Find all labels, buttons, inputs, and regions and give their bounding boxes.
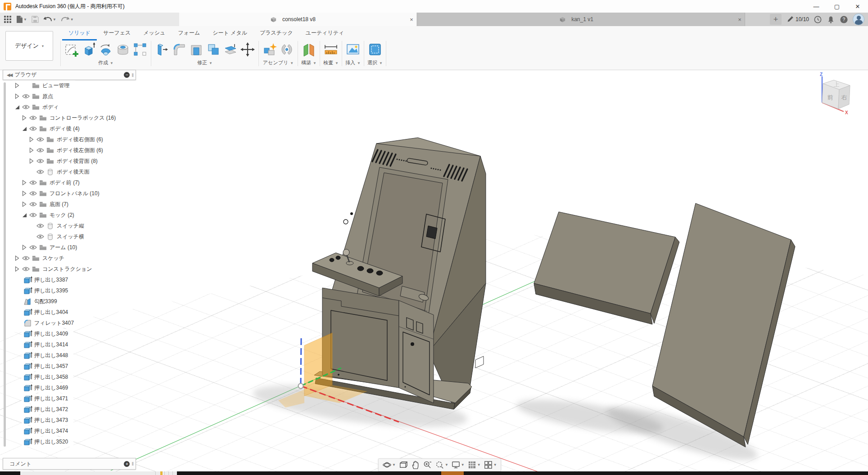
browser-row[interactable]: スイッチ横 <box>27 232 90 242</box>
visibility-eye-icon[interactable] <box>28 126 38 131</box>
visibility-eye-icon[interactable] <box>21 104 31 110</box>
row-label: 勾配3399 <box>34 298 57 305</box>
expand-arrow-icon[interactable] <box>14 255 21 261</box>
browser-row[interactable]: ボディ <box>13 102 64 112</box>
feature-row[interactable]: 押し出し3448 <box>22 350 73 360</box>
browser-row[interactable]: モック (2) <box>20 210 80 220</box>
visibility-eye-icon[interactable] <box>35 137 45 142</box>
zoom-icon[interactable] <box>422 460 433 471</box>
fit-icon[interactable]: ▼ <box>434 460 449 471</box>
visibility-eye-icon[interactable] <box>21 266 31 272</box>
extrude-feature-icon <box>23 309 32 316</box>
browser-row[interactable]: ボディ後 (4) <box>20 124 85 134</box>
visibility-eye-icon[interactable] <box>35 148 45 153</box>
browser-row[interactable]: アーム (10) <box>20 242 82 252</box>
expand-arrow-icon[interactable] <box>21 115 28 121</box>
collapse-arrow-icon[interactable] <box>21 213 28 218</box>
look-at-icon[interactable] <box>398 460 409 471</box>
grid-display-icon[interactable]: ▼ <box>466 460 482 471</box>
feature-row[interactable]: 押し出し3409 <box>22 329 73 339</box>
visibility-eye-icon[interactable] <box>28 180 38 185</box>
add-comment-icon[interactable]: + <box>124 461 130 467</box>
extrude-feature-icon <box>23 363 32 370</box>
browser-row[interactable]: ボディ後左側面 (6) <box>27 145 108 155</box>
feature-row[interactable]: 押し出し3469 <box>22 383 73 393</box>
browser-row[interactable]: スケッチ <box>13 253 70 263</box>
collapse-arrow-icon[interactable] <box>14 105 21 110</box>
browser-tree: ビュー管理原点ボディコントローラボックス (16)ボディ後 (4)ボディ後右側面… <box>0 81 121 448</box>
visibility-eye-icon[interactable] <box>35 234 45 239</box>
visibility-eye-icon[interactable] <box>28 212 38 218</box>
view-navigation-toolbar: ▼ ▼ ▼ ▼ ▼ <box>378 458 501 471</box>
browser-panel-header[interactable]: ◀◀ ブラウザ − ‖ <box>3 70 136 80</box>
folder-icon <box>38 201 48 207</box>
origin-point[interactable] <box>298 384 303 389</box>
feature-row[interactable]: 押し出し3457 <box>22 361 73 371</box>
feature-row[interactable]: フィレット3407 <box>22 318 79 328</box>
remove-panel-icon[interactable]: − <box>124 72 130 78</box>
feature-row[interactable]: 押し出し3395 <box>22 286 73 296</box>
feature-row[interactable]: 押し出し3473 <box>22 415 73 425</box>
row-label: アーム (10) <box>50 244 77 251</box>
panel-grip[interactable]: ‖ <box>131 72 134 78</box>
feature-row[interactable]: 押し出し3471 <box>22 394 73 403</box>
feature-row[interactable]: 押し出し3387 <box>22 275 73 285</box>
expand-arrow-icon[interactable] <box>14 83 21 88</box>
expand-arrow-icon[interactable] <box>28 158 35 164</box>
visibility-eye-icon[interactable] <box>28 191 38 196</box>
row-label: 押し出し3471 <box>34 395 68 403</box>
extrude-feature-icon <box>23 276 32 284</box>
browser-row[interactable]: コンストラクション <box>13 264 98 274</box>
expand-arrow-icon[interactable] <box>21 180 28 185</box>
visibility-eye-icon[interactable] <box>21 255 31 261</box>
visibility-eye-icon[interactable] <box>35 158 45 164</box>
expand-arrow-icon[interactable] <box>14 94 21 99</box>
row-label: コンストラクション <box>42 265 92 273</box>
browser-row[interactable]: ボディ前 (7) <box>20 178 85 188</box>
feature-row[interactable]: 押し出し3414 <box>22 340 73 350</box>
browser-row[interactable]: ビュー管理 <box>13 81 75 90</box>
viewports-icon[interactable]: ▼ <box>483 460 498 471</box>
feature-row[interactable]: 勾配3399 <box>22 296 63 306</box>
browser-row[interactable]: ボディ後背面 (8) <box>27 156 103 166</box>
display-settings-icon[interactable]: ▼ <box>450 460 466 471</box>
visibility-eye-icon[interactable] <box>35 169 45 175</box>
browser-panel-title: ブラウザ <box>14 71 36 79</box>
browser-row[interactable]: 原点 <box>13 91 59 101</box>
visibility-eye-icon[interactable] <box>21 94 31 99</box>
feature-row[interactable]: 押し出し3472 <box>22 404 73 414</box>
feature-row[interactable]: 押し出し3520 <box>22 437 73 447</box>
expand-arrow-icon[interactable] <box>21 191 28 196</box>
collapse-panel-icon[interactable]: ◀◀ <box>7 72 12 77</box>
browser-row[interactable]: フロントパネル (10) <box>20 188 105 198</box>
feature-row[interactable]: 押し出し3404 <box>22 307 73 317</box>
browser-row[interactable]: ボディ後天面 <box>27 167 95 177</box>
visibility-eye-icon[interactable] <box>28 245 38 250</box>
panel-grip[interactable]: ‖ <box>131 461 134 466</box>
orbit-icon[interactable]: ▼ <box>381 460 397 471</box>
visibility-eye-icon[interactable] <box>28 202 38 207</box>
expand-arrow-icon[interactable] <box>14 266 21 272</box>
pan-icon[interactable] <box>410 460 421 471</box>
expand-arrow-icon[interactable] <box>21 245 28 250</box>
browser-row[interactable]: 底面 (7) <box>20 199 74 209</box>
row-label: ボディ後背面 (8) <box>57 157 98 165</box>
browser-row[interactable]: スイッチ縦 <box>27 221 90 231</box>
visibility-eye-icon[interactable] <box>28 115 38 121</box>
browser-row[interactable]: ボディ後右側面 (6) <box>27 134 108 144</box>
row-label: ボディ後右側面 (6) <box>57 136 103 143</box>
row-label: 原点 <box>42 93 53 100</box>
feature-row[interactable]: 押し出し3458 <box>22 372 73 382</box>
browser-scrollbar[interactable] <box>4 82 6 447</box>
row-label: モック (2) <box>50 211 74 219</box>
visibility-eye-icon[interactable] <box>35 223 45 229</box>
expand-arrow-icon[interactable] <box>28 148 35 153</box>
collapse-arrow-icon[interactable] <box>21 126 28 131</box>
browser-row[interactable]: コントローラボックス (16) <box>20 113 121 123</box>
feature-row[interactable]: 押し出し3474 <box>22 426 73 436</box>
comment-bar[interactable]: コメント + ‖ <box>3 458 136 470</box>
expand-arrow-icon[interactable] <box>28 137 35 142</box>
timeline-strip[interactable] <box>0 471 868 475</box>
viewcube[interactable]: Z X 前 右 上 <box>808 71 868 123</box>
expand-arrow-icon[interactable] <box>21 202 28 207</box>
